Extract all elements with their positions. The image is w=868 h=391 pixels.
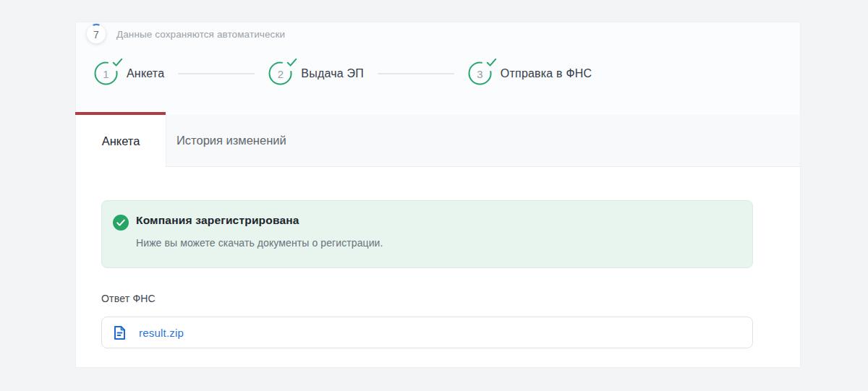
alert-title: Компания зарегистрирована	[136, 214, 738, 227]
check-icon	[486, 58, 497, 67]
step-label: Выдача ЭП	[301, 67, 364, 80]
page: { "autosave": { "countdown": "7", "messa…	[0, 0, 868, 391]
result-file-link[interactable]: result.zip	[139, 327, 184, 339]
response-file-box: result.zip	[101, 317, 753, 348]
tab-anketa[interactable]: Анкета	[76, 115, 166, 168]
autosave-countdown-badge: 7	[87, 25, 106, 43]
step-label: Отправка в ФНС	[501, 67, 592, 80]
card-header: 7 Данные сохраняются автоматически 1 Анк…	[76, 22, 800, 115]
check-icon	[112, 58, 123, 67]
autosave-progress-icon	[87, 23, 106, 42]
step-circle: 3	[468, 61, 492, 85]
stepper-step-otpravka-fns[interactable]: 3 Отправка в ФНС	[468, 61, 592, 85]
tab-label: История изменений	[176, 134, 286, 147]
registration-card: 7 Данные сохраняются автоматически 1 Анк…	[76, 22, 800, 367]
stepper-connector	[178, 73, 255, 74]
step-circle: 1	[94, 61, 118, 85]
document-icon	[113, 325, 127, 340]
success-check-icon	[113, 215, 129, 231]
stepper-step-anketa[interactable]: 1 Анкета	[94, 61, 164, 85]
tab-content: Компания зарегистрирована Ниже вы можете…	[76, 167, 800, 367]
stepper: 1 Анкета 2 Выдача Э	[94, 61, 592, 85]
response-label: Ответ ФНС	[101, 293, 800, 304]
stepper-connector	[378, 73, 454, 74]
autosave-status: 7 Данные сохраняются автоматически	[87, 25, 285, 43]
check-icon	[286, 58, 297, 67]
step-label: Анкета	[127, 67, 164, 80]
success-alert: Компания зарегистрирована Ниже вы можете…	[101, 200, 753, 268]
alert-description: Ниже вы можете скачать документы о регис…	[136, 237, 738, 249]
stepper-step-vydacha-ep[interactable]: 2 Выдача ЭП	[268, 61, 364, 85]
tab-bar: Анкета История изменений	[76, 115, 800, 167]
autosave-message: Данные сохраняются автоматически	[116, 29, 285, 40]
step-circle: 2	[268, 61, 292, 85]
tab-history[interactable]: История изменений	[166, 115, 308, 166]
tab-label: Анкета	[102, 134, 140, 148]
